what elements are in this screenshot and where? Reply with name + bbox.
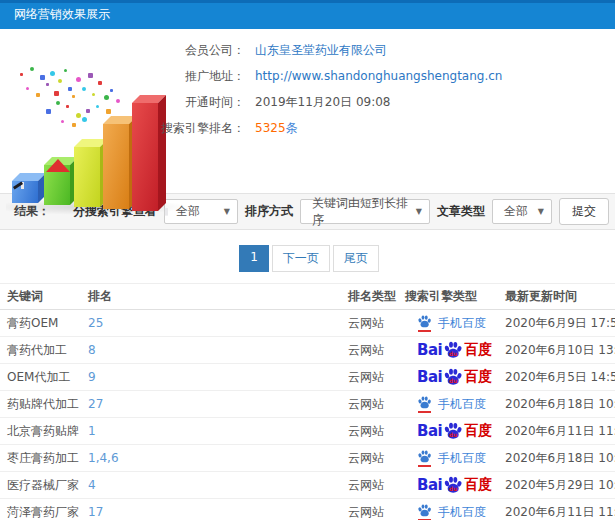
article-type-select[interactable]: 全部 ▼ bbox=[492, 199, 552, 224]
confetti-dot bbox=[64, 69, 67, 72]
updated-cell: 2020年6月9日 17:50 bbox=[505, 310, 615, 337]
confetti-dot bbox=[72, 123, 76, 127]
confetti-dot bbox=[66, 105, 69, 108]
rank-type-cell: 云网站 bbox=[348, 337, 405, 364]
baidu-bai-text: Bai bbox=[417, 368, 442, 386]
baidu-paw-icon bbox=[417, 503, 432, 520]
baidu-logo: Bai du 百度 bbox=[417, 421, 492, 441]
info-fields: 会员公司： 山东皇圣堂药业有限公司 推广地址： http://www.shand… bbox=[150, 37, 502, 141]
updated-cell: 2020年6月11日 11:18 bbox=[505, 418, 615, 445]
keyword-cell: 枣庄膏药加工 bbox=[0, 445, 88, 472]
table-body: 膏药OEM 25 云网站 手机百度 Bai bbox=[0, 310, 615, 520]
confetti-dot bbox=[98, 81, 102, 85]
mobile-baidu-logo: 手机百度 bbox=[417, 314, 486, 332]
confetti-dot bbox=[116, 99, 120, 103]
updated-cell: 2020年6月18日 10:25 bbox=[505, 391, 615, 418]
member-company-link[interactable]: 山东皇圣堂药业有限公司 bbox=[255, 42, 387, 59]
baidu-du-text: du bbox=[449, 486, 457, 492]
mobile-baidu-logo: 手机百度 bbox=[417, 395, 486, 413]
rank-link[interactable]: 9 bbox=[88, 364, 348, 391]
baidu-paw-icon bbox=[417, 449, 432, 467]
mobile-baidu-logo: 手机百度 bbox=[417, 503, 486, 520]
confetti-dot bbox=[36, 93, 40, 97]
rank-unit: 条 bbox=[286, 121, 298, 135]
engine-rank-row: 搜索引擎排名： 5325条 bbox=[150, 115, 502, 141]
rank-type-cell: 云网站 bbox=[348, 499, 405, 520]
sort-filter-select[interactable]: 关键词由短到长排序 ▼ bbox=[300, 199, 430, 224]
engine-label: 手机百度 bbox=[438, 504, 486, 520]
col-engine-type: 搜索引擎类型 bbox=[405, 284, 505, 310]
baidu-cn-text: 百度 bbox=[464, 368, 492, 386]
confetti-dot bbox=[56, 101, 60, 105]
page-1-button[interactable]: 1 bbox=[239, 245, 269, 272]
baidu-paw-icon: du bbox=[443, 475, 463, 495]
confetti-dot bbox=[58, 79, 62, 83]
chevron-down-icon: ▼ bbox=[224, 207, 230, 216]
sort-filter-label: 排序方式 bbox=[245, 203, 293, 220]
rank-count: 5325 bbox=[255, 121, 286, 135]
rank-link[interactable]: 17 bbox=[88, 499, 348, 520]
table-row: 北京膏药贴牌 1 云网站 手机百度 Bai bbox=[0, 418, 615, 445]
confetti-dot bbox=[72, 95, 75, 98]
clipart-bar-orange bbox=[103, 124, 129, 209]
rank-link[interactable]: 27 bbox=[88, 391, 348, 418]
engine-cell: 手机百度 Bai du 百度 bbox=[405, 310, 505, 337]
table-row: 膏药代加工 8 云网站 手机百度 Bai bbox=[0, 337, 615, 364]
updated-cell: 2020年6月5日 14:57 bbox=[505, 364, 615, 391]
rank-link[interactable]: 4 bbox=[88, 472, 348, 499]
mobile-baidu-logo: 手机百度 bbox=[417, 449, 486, 467]
baidu-du-text: du bbox=[449, 378, 457, 384]
promo-url-link[interactable]: http://www.shandonghuangshengtang.cn bbox=[255, 69, 502, 83]
open-time-value: 2019年11月20日 09:08 bbox=[255, 94, 390, 111]
confetti-dot bbox=[26, 87, 29, 90]
confetti-dot bbox=[30, 67, 34, 71]
baidu-bai-text: Bai bbox=[417, 341, 442, 359]
baidu-logo: Bai du 百度 bbox=[417, 367, 492, 387]
engine-cell: 手机百度 Bai du 百度 bbox=[405, 472, 505, 499]
next-page-button[interactable]: 下一页 bbox=[272, 245, 330, 272]
promo-url-label: 推广地址： bbox=[150, 68, 245, 85]
rank-link[interactable]: 25 bbox=[88, 310, 348, 337]
baidu-du-text: du bbox=[449, 432, 457, 438]
table-row: OEM代加工 9 云网站 手机百度 Bai bbox=[0, 364, 615, 391]
confetti-dot bbox=[104, 95, 109, 100]
keyword-cell: 药贴牌代加工 bbox=[0, 391, 88, 418]
confetti-dot bbox=[96, 105, 99, 108]
confetti-dot bbox=[76, 77, 81, 82]
last-page-button[interactable]: 尾页 bbox=[333, 245, 379, 272]
rank-type-cell: 云网站 bbox=[348, 472, 405, 499]
red-underline bbox=[418, 411, 431, 413]
rank-link[interactable]: 8 bbox=[88, 337, 348, 364]
confetti-dot bbox=[88, 73, 93, 78]
title-bar: 网络营销效果展示 bbox=[0, 0, 615, 29]
member-company-label: 会员公司： bbox=[150, 42, 245, 59]
promo-url-row: 推广地址： http://www.shandonghuangshengtang.… bbox=[150, 63, 502, 89]
engine-cell: 手机百度 Bai du 百度 bbox=[405, 418, 505, 445]
engine-rank-value: 5325条 bbox=[255, 120, 298, 137]
open-time-label: 开通时间： bbox=[150, 94, 245, 111]
confetti-dot bbox=[20, 73, 23, 76]
engine-label: 手机百度 bbox=[438, 315, 486, 332]
confetti-dot bbox=[76, 113, 81, 118]
baidu-paw-icon: du bbox=[443, 340, 463, 360]
confetti-dot bbox=[61, 120, 64, 123]
pagination: 1 下一页 尾页 bbox=[0, 245, 615, 272]
rank-type-cell: 云网站 bbox=[348, 418, 405, 445]
rank-link[interactable]: 1,4,6 bbox=[88, 445, 348, 472]
confetti-dot bbox=[50, 71, 55, 76]
baidu-cn-text: 百度 bbox=[464, 341, 492, 359]
confetti-dot bbox=[106, 109, 111, 114]
article-type-value: 全部 bbox=[504, 203, 528, 220]
article-type-label: 文章类型 bbox=[437, 203, 485, 220]
submit-button[interactable]: 提交 bbox=[559, 198, 609, 225]
clipart-bar-yellow bbox=[74, 147, 100, 207]
member-info-section: 会员公司： 山东皇圣堂药业有限公司 推广地址： http://www.shand… bbox=[0, 29, 615, 193]
baidu-cn-text: 百度 bbox=[464, 422, 492, 440]
updated-cell: 2020年5月29日 10:32 bbox=[505, 472, 615, 499]
baidu-paw-icon: du bbox=[443, 367, 463, 387]
col-keyword: 关键词 bbox=[0, 284, 88, 310]
baidu-paw-icon: du bbox=[443, 421, 463, 441]
engine-rank-label: 搜索引擎排名： bbox=[150, 120, 245, 137]
baidu-logo: Bai du 百度 bbox=[417, 475, 492, 495]
rank-link[interactable]: 1 bbox=[88, 418, 348, 445]
